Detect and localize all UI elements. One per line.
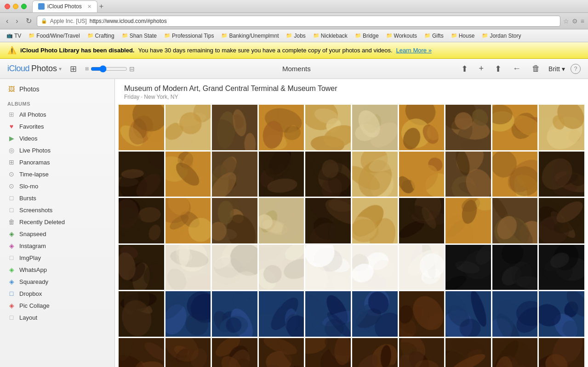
photo-thumb-r5-c1[interactable] xyxy=(166,338,211,367)
photo-thumb-r4-c6[interactable] xyxy=(399,291,445,337)
bookmark-house[interactable]: 📁 House xyxy=(448,32,478,40)
photo-thumb-r4-c7[interactable] xyxy=(445,291,491,337)
bookmark-nickleback[interactable]: 📁 Nickleback xyxy=(310,32,350,40)
forward-button[interactable]: › xyxy=(13,16,20,26)
sidebar-item-screenshots[interactable]: □ Screenshots xyxy=(0,204,114,216)
photo-thumb-r0-c2[interactable] xyxy=(212,105,257,150)
sidebar-item-whatsapp[interactable]: ◈ WhatsApp xyxy=(0,264,114,276)
bookmark-jordan-story[interactable]: 📁 Jordan Story xyxy=(479,32,524,40)
prev-button[interactable]: ← xyxy=(510,62,524,75)
sidebar-toggle-button[interactable]: ⊞ xyxy=(67,62,80,76)
sidebar-item-instagram[interactable]: ◈ Instagram xyxy=(0,240,114,252)
photo-thumb-r1-c1[interactable] xyxy=(166,152,211,197)
sidebar-item-imgplay[interactable]: □ ImgPlay xyxy=(0,252,114,264)
photo-thumb-r3-c2[interactable] xyxy=(212,245,257,290)
tab-close-icon[interactable]: ✕ xyxy=(87,4,91,10)
photo-thumb-r0-c7[interactable] xyxy=(445,105,491,150)
photo-thumb-r3-c5[interactable] xyxy=(352,245,398,290)
sidebar-item-recently-deleted[interactable]: 🗑 Recently Deleted xyxy=(0,216,114,228)
photo-thumb-r5-c8[interactable] xyxy=(492,338,538,367)
sidebar-item-piccollage[interactable]: ◈ Pic Collage xyxy=(0,299,114,311)
sidebar-item-photos[interactable]: 🖼 Photos xyxy=(0,83,114,96)
add-button[interactable]: + xyxy=(476,62,487,75)
photo-thumb-r5-c7[interactable] xyxy=(445,338,491,367)
close-button[interactable] xyxy=(5,4,10,9)
photo-thumb-r1-c5[interactable] xyxy=(352,152,398,197)
photo-thumb-r1-c9[interactable] xyxy=(539,152,584,197)
bookmark-gifts[interactable]: 📁 Gifts xyxy=(422,32,446,40)
photo-thumb-r1-c3[interactable] xyxy=(259,152,304,197)
photo-thumb-r5-c4[interactable] xyxy=(305,338,351,367)
minimize-button[interactable] xyxy=(13,4,18,9)
photo-thumb-r3-c4[interactable] xyxy=(305,245,351,290)
address-bar-input-wrap[interactable]: 🔒 Apple Inc. [US] https://www.icloud.com… xyxy=(37,16,560,27)
help-button[interactable]: ? xyxy=(571,64,581,74)
photo-thumb-r0-c3[interactable] xyxy=(259,105,304,150)
photo-thumb-r2-c1[interactable] xyxy=(166,198,211,243)
photo-thumb-r0-c4[interactable] xyxy=(305,105,351,150)
sidebar-item-panoramas[interactable]: ⊞ Panoramas xyxy=(0,156,114,168)
settings-icon[interactable]: ⚙ xyxy=(572,17,578,25)
photo-thumb-r4-c9[interactable] xyxy=(539,291,584,337)
delete-button[interactable]: 🗑 xyxy=(529,62,543,75)
photo-thumb-r3-c9[interactable] xyxy=(539,245,584,290)
browser-tab[interactable]: iCloud Photos ✕ xyxy=(32,0,97,12)
bookmark-crafting[interactable]: 📁 Crafting xyxy=(85,32,117,40)
sidebar-item-timelapse[interactable]: ⊙ Time-lapse xyxy=(0,168,114,180)
photo-thumb-r2-c9[interactable] xyxy=(539,198,584,243)
photo-thumb-r4-c2[interactable] xyxy=(212,291,257,337)
photo-thumb-r4-c3[interactable] xyxy=(259,291,304,337)
photo-thumb-r0-c8[interactable] xyxy=(492,105,538,150)
maximize-button[interactable] xyxy=(21,4,27,9)
learn-more-link[interactable]: Learn More » xyxy=(396,47,432,54)
photo-thumb-r2-c7[interactable] xyxy=(445,198,491,243)
user-menu-button[interactable]: Britt ▾ xyxy=(548,65,565,73)
photo-thumb-r4-c0[interactable] xyxy=(119,291,164,337)
photo-thumb-r2-c5[interactable] xyxy=(352,198,398,243)
sidebar-item-live-photos[interactable]: ◎ Live Photos xyxy=(0,144,114,156)
sidebar-item-favorites[interactable]: ♥ Favorites xyxy=(0,120,114,132)
photo-thumb-r3-c8[interactable] xyxy=(492,245,538,290)
photo-thumb-r1-c8[interactable] xyxy=(492,152,538,197)
bookmark-tv[interactable]: 📺 TV xyxy=(4,32,24,40)
photo-thumb-r5-c2[interactable] xyxy=(212,338,257,367)
share-button[interactable]: ⬆ xyxy=(492,62,504,76)
bookmark-workouts[interactable]: 📁 Workouts xyxy=(383,32,420,40)
photo-thumb-r5-c5[interactable] xyxy=(352,338,398,367)
sidebar-item-squaready[interactable]: ◈ Squaready xyxy=(0,276,114,288)
photo-thumb-r3-c7[interactable] xyxy=(445,245,491,290)
bookmark-bridge[interactable]: 📁 Bridge xyxy=(352,32,382,40)
back-button[interactable]: ‹ xyxy=(4,16,11,26)
brand-chevron-icon[interactable]: ▾ xyxy=(59,66,62,72)
sidebar-item-bursts[interactable]: □ Bursts xyxy=(0,192,114,204)
photo-thumb-r1-c2[interactable] xyxy=(212,152,257,197)
photo-thumb-r5-c3[interactable] xyxy=(259,338,304,367)
photo-thumb-r3-c3[interactable] xyxy=(259,245,304,290)
refresh-button[interactable]: ↻ xyxy=(23,16,34,26)
photo-thumb-r3-c0[interactable] xyxy=(119,245,164,290)
photo-thumb-r5-c6[interactable] xyxy=(399,338,445,367)
sidebar-item-dropbox[interactable]: □ Dropbox xyxy=(0,288,114,299)
bookmark-banking[interactable]: 📁 Banking/Unemplmnt xyxy=(218,32,281,40)
photo-thumb-r4-c5[interactable] xyxy=(352,291,398,337)
photo-thumb-r2-c2[interactable] xyxy=(212,198,257,243)
photo-thumb-r1-c7[interactable] xyxy=(445,152,491,197)
new-tab-button[interactable]: + xyxy=(99,2,103,11)
bookmark-food[interactable]: 📁 Food/Wine/Travel xyxy=(26,32,82,40)
photo-size-slider[interactable] xyxy=(91,65,127,73)
sidebar-item-layout[interactable]: □ Layout xyxy=(0,311,114,323)
photo-thumb-r0-c9[interactable] xyxy=(539,105,584,150)
menu-icon[interactable]: ≡ xyxy=(581,17,584,25)
photo-thumb-r1-c6[interactable] xyxy=(399,152,445,197)
photo-thumb-r4-c1[interactable] xyxy=(166,291,211,337)
photo-thumb-r2-c0[interactable] xyxy=(119,198,164,243)
photo-thumb-r0-c6[interactable] xyxy=(399,105,445,150)
bookmark-jobs[interactable]: 📁 Jobs xyxy=(283,32,308,40)
photo-thumb-r2-c4[interactable] xyxy=(305,198,351,243)
sidebar-item-slo-mo[interactable]: ⊙ Slo-mo xyxy=(0,180,114,192)
photo-thumb-r4-c8[interactable] xyxy=(492,291,538,337)
sidebar-item-all-photos[interactable]: ⊞ All Photos xyxy=(0,108,114,120)
photo-thumb-r2-c3[interactable] xyxy=(259,198,304,243)
bookmark-shan-state[interactable]: 📁 Shan State xyxy=(119,32,160,40)
photo-thumb-r5-c9[interactable] xyxy=(539,338,584,367)
